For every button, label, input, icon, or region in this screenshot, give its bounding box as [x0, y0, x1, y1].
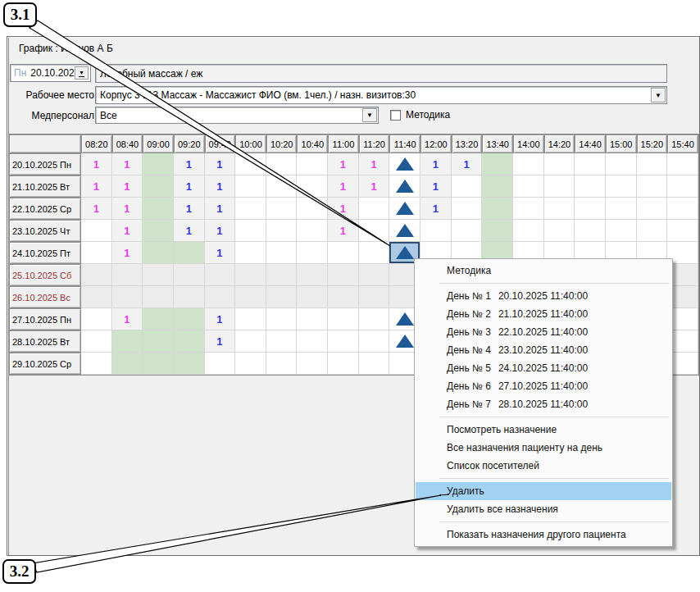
- schedule-cell[interactable]: [297, 330, 328, 353]
- menu-item-посмотреть-назначение[interactable]: Посмотреть назначение: [416, 421, 671, 439]
- schedule-cell[interactable]: [174, 242, 205, 264]
- schedule-cell[interactable]: 1: [205, 220, 236, 242]
- schedule-cell[interactable]: [544, 220, 575, 242]
- schedule-cell[interactable]: [297, 264, 328, 286]
- schedule-cell[interactable]: [359, 330, 390, 353]
- schedule-cell[interactable]: [235, 308, 266, 330]
- column-header-time[interactable]: 11:00: [328, 134, 359, 153]
- schedule-cell[interactable]: [482, 220, 513, 242]
- schedule-cell[interactable]: [81, 308, 112, 330]
- schedule-cell[interactable]: 1: [174, 220, 205, 242]
- row-header-date[interactable]: 28.10.2025 Вт: [9, 330, 81, 353]
- schedule-cell[interactable]: [143, 242, 174, 264]
- schedule-cell[interactable]: 1: [420, 175, 452, 198]
- date-picker-dropdown-button[interactable]: ▼: [75, 66, 89, 80]
- schedule-cell[interactable]: [81, 353, 112, 375]
- schedule-cell[interactable]: [482, 153, 513, 175]
- column-header-time[interactable]: 13:40: [482, 134, 513, 153]
- schedule-cell[interactable]: 1: [81, 175, 112, 198]
- schedule-cell[interactable]: [575, 175, 606, 198]
- schedule-cell[interactable]: [266, 308, 298, 330]
- schedule-cell[interactable]: [81, 220, 112, 242]
- column-header-time[interactable]: 08:20: [81, 134, 112, 153]
- schedule-cell[interactable]: [389, 198, 420, 220]
- schedule-cell[interactable]: [544, 175, 575, 198]
- schedule-cell[interactable]: [205, 353, 236, 375]
- schedule-cell[interactable]: [143, 330, 174, 353]
- schedule-cell[interactable]: [667, 153, 698, 175]
- schedule-cell[interactable]: [637, 153, 668, 175]
- column-header-time[interactable]: 12:00: [420, 134, 452, 153]
- schedule-cell[interactable]: [205, 264, 236, 286]
- row-header-date[interactable]: 27.10.2025 Пн: [9, 308, 81, 330]
- schedule-cell[interactable]: [637, 220, 668, 242]
- chevron-down-icon[interactable]: ▼: [651, 88, 666, 102]
- menu-item-удалить-все-назначения[interactable]: Удалить все назначения: [416, 500, 671, 518]
- schedule-cell[interactable]: [112, 330, 143, 353]
- schedule-cell[interactable]: [513, 220, 544, 242]
- schedule-cell[interactable]: [482, 198, 513, 220]
- schedule-cell[interactable]: [235, 242, 266, 264]
- schedule-cell[interactable]: [359, 220, 390, 242]
- schedule-cell[interactable]: 1: [205, 308, 236, 330]
- schedule-cell[interactable]: [266, 198, 298, 220]
- schedule-cell[interactable]: 1: [328, 220, 359, 242]
- date-picker[interactable]: Пн 20.10.2025 ▼: [10, 64, 91, 82]
- schedule-cell[interactable]: [266, 264, 298, 286]
- schedule-cell[interactable]: [513, 153, 544, 175]
- column-header-time[interactable]: 14:40: [575, 134, 606, 153]
- column-header-time[interactable]: 09:20: [174, 134, 205, 153]
- schedule-cell[interactable]: [174, 264, 205, 286]
- schedule-cell[interactable]: [389, 220, 420, 242]
- schedule-cell[interactable]: 1: [81, 198, 112, 220]
- methodic-checkbox[interactable]: Методика: [390, 109, 450, 121]
- schedule-cell[interactable]: 1: [112, 308, 143, 330]
- row-header-date[interactable]: 20.10.2025 Пн: [9, 153, 81, 175]
- row-header-date[interactable]: 26.10.2025 Вс: [9, 286, 81, 308]
- schedule-cell[interactable]: 1: [205, 242, 236, 264]
- schedule-cell[interactable]: [235, 175, 266, 198]
- schedule-cell[interactable]: 1: [112, 175, 143, 198]
- schedule-cell[interactable]: [266, 175, 298, 198]
- schedule-cell[interactable]: [81, 264, 112, 286]
- schedule-cell[interactable]: [143, 308, 174, 330]
- schedule-cell[interactable]: [328, 308, 359, 330]
- menu-item-список-посетителей[interactable]: Список посетителей: [416, 457, 671, 475]
- schedule-cell[interactable]: [235, 353, 266, 375]
- schedule-cell[interactable]: [235, 220, 266, 242]
- menu-item-день-№-7[interactable]: День № 728.10.2025 11:40:00: [416, 395, 671, 413]
- chevron-down-icon[interactable]: ▼: [362, 108, 377, 122]
- schedule-cell[interactable]: [143, 175, 174, 198]
- schedule-cell[interactable]: 1: [81, 153, 112, 175]
- schedule-cell[interactable]: 1: [112, 220, 143, 242]
- schedule-cell[interactable]: [667, 198, 698, 220]
- schedule-cell[interactable]: 1: [359, 153, 390, 175]
- checkbox-icon[interactable]: [390, 110, 401, 121]
- schedule-cell[interactable]: [235, 330, 266, 353]
- schedule-cell[interactable]: 1: [452, 153, 483, 175]
- schedule-cell[interactable]: 1: [112, 153, 143, 175]
- schedule-cell[interactable]: [297, 242, 328, 264]
- schedule-cell[interactable]: [606, 220, 637, 242]
- schedule-cell[interactable]: [575, 198, 606, 220]
- menu-item-день-№-4[interactable]: День № 423.10.2025 11:40:00: [416, 341, 671, 359]
- column-header-time[interactable]: 10:20: [266, 134, 298, 153]
- schedule-cell[interactable]: [359, 353, 390, 375]
- menu-item-показать-назначения-другого-пациента[interactable]: Показать назначения другого пациента: [416, 526, 671, 544]
- schedule-cell[interactable]: [359, 286, 390, 308]
- menu-item-день-№-3[interactable]: День № 322.10.2025 11:40:00: [416, 323, 671, 341]
- schedule-cell[interactable]: [81, 242, 112, 264]
- schedule-cell[interactable]: 1: [359, 175, 390, 198]
- schedule-cell[interactable]: [266, 220, 298, 242]
- schedule-cell[interactable]: 1: [205, 175, 236, 198]
- schedule-cell[interactable]: [637, 198, 668, 220]
- schedule-cell[interactable]: [235, 286, 266, 308]
- schedule-cell[interactable]: 1: [420, 198, 452, 220]
- schedule-cell[interactable]: [297, 353, 328, 375]
- row-header-date[interactable]: 24.10.2025 Пт: [9, 242, 81, 264]
- schedule-cell[interactable]: 1: [328, 198, 359, 220]
- column-header-time[interactable]: 15:20: [637, 134, 668, 153]
- schedule-cell[interactable]: [667, 175, 698, 198]
- schedule-cell[interactable]: [606, 198, 637, 220]
- schedule-cell[interactable]: [575, 220, 606, 242]
